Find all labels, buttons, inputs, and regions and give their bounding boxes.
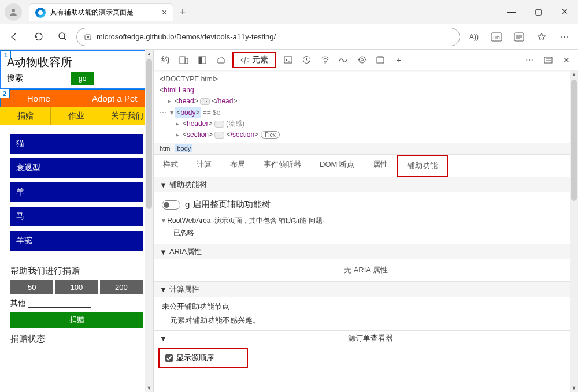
- tab-accessibility[interactable]: 辅助功能: [397, 155, 448, 177]
- show-source-order-checkbox[interactable]: 显示源顺序: [158, 348, 248, 368]
- nav-jobs[interactable]: 作业: [51, 107, 102, 125]
- refresh-button[interactable]: [28, 28, 49, 46]
- browser-tab[interactable]: 具有辅助功能的演示页面是 ×: [29, 3, 173, 21]
- tree-root[interactable]: ▾ RootWebArea ·演示页面，其中包含 辅助功能 问题·: [162, 215, 570, 227]
- source-order-header[interactable]: ▼源订单查看器: [154, 331, 578, 346]
- inspect-tool-icon[interactable]: 约: [157, 53, 173, 68]
- dock-icon[interactable]: [194, 53, 210, 68]
- site-info-icon[interactable]: [84, 33, 92, 41]
- no-aria-text: 无 ARIA 属性: [154, 259, 578, 281]
- reader-icon[interactable]: [509, 28, 529, 46]
- scroll-down-icon[interactable]: ▼: [145, 384, 153, 392]
- donate-200[interactable]: 200: [100, 280, 143, 294]
- scroll-thumb[interactable]: [571, 80, 577, 201]
- more-icon[interactable]: ⋯: [554, 28, 575, 46]
- demo-scrollbar[interactable]: ▲ ▼: [145, 50, 153, 392]
- demo-page: 1 A动物收容所 搜索 go 2 Home Adopt a Pet 捐赠 作业 …: [0, 50, 153, 392]
- collapse-icon: ▼: [160, 181, 167, 189]
- toggle-off-icon[interactable]: [162, 200, 180, 210]
- maximize-button[interactable]: ▢: [525, 0, 551, 23]
- more-tools-icon[interactable]: ⋯: [521, 53, 538, 68]
- dom-breadcrumb[interactable]: html body: [154, 143, 578, 155]
- list-item[interactable]: 猫: [10, 134, 143, 154]
- new-tab-button[interactable]: +: [173, 6, 192, 18]
- welcome-icon[interactable]: [213, 53, 229, 68]
- donate-title: 帮助我们进行捐赠: [0, 264, 153, 280]
- enable-tree-label: g 启用整页辅助功能树: [185, 199, 271, 210]
- donate-button[interactable]: 捐赠: [10, 312, 143, 328]
- svg-text:HD: HD: [493, 35, 500, 40]
- list-item[interactable]: 羊: [10, 182, 143, 202]
- svg-point-1: [59, 33, 65, 39]
- sources-icon[interactable]: [298, 53, 314, 68]
- search-input[interactable]: [27, 72, 67, 85]
- url-input[interactable]: microsoftedge.github.io/Demos/devtools-a…: [76, 28, 460, 46]
- scroll-down-icon[interactable]: ▼: [570, 384, 578, 392]
- donate-50[interactable]: 50: [10, 280, 53, 294]
- minimize-button[interactable]: —: [498, 0, 525, 23]
- svg-rect-7: [180, 57, 185, 64]
- svg-rect-16: [377, 58, 384, 63]
- window-icon[interactable]: [372, 53, 388, 68]
- devtools-panel: 约 元素 + ⋯ ✕ <!DOCTYPE html> <html Lang ▸<…: [153, 50, 578, 392]
- page-title: A动物收容所: [7, 54, 146, 70]
- tab-layout[interactable]: 布局: [221, 155, 254, 177]
- close-window-button[interactable]: ✕: [551, 0, 578, 23]
- tab-styles[interactable]: 样式: [154, 155, 187, 177]
- list-item[interactable]: 羊驼: [10, 231, 143, 251]
- collapse-icon: ▼: [160, 334, 167, 343]
- list-item[interactable]: 衰退型: [10, 158, 143, 178]
- computed-header[interactable]: ▼计算属性: [154, 282, 578, 297]
- code-icon: [240, 57, 250, 64]
- console-icon[interactable]: [280, 53, 296, 68]
- tab-computed[interactable]: 计算: [187, 155, 221, 177]
- settings-icon[interactable]: [354, 53, 370, 68]
- source-order-badge-2: 2: [0, 89, 10, 98]
- tab-title: 具有辅助功能的演示页面是: [50, 8, 134, 17]
- scroll-up-icon[interactable]: ▲: [570, 70, 578, 79]
- tree-ignored: 已忽略: [162, 227, 570, 239]
- donate-100[interactable]: 100: [55, 280, 98, 294]
- animal-list: 猫 衰退型 羊 马 羊驼: [0, 125, 153, 264]
- nav-home[interactable]: Home: [1, 90, 77, 107]
- network-icon[interactable]: [317, 53, 333, 68]
- scroll-up-icon[interactable]: ▲: [145, 50, 153, 58]
- hd-icon[interactable]: HD: [486, 28, 507, 46]
- issues-icon[interactable]: [540, 53, 556, 68]
- tab-dom-bp[interactable]: DOM 断点: [310, 155, 364, 177]
- nav-donate[interactable]: 捐赠: [0, 107, 51, 125]
- svg-rect-11: [284, 57, 292, 63]
- svg-rect-8: [186, 58, 188, 64]
- read-aloud-icon[interactable]: A)): [464, 28, 484, 46]
- svg-rect-17: [544, 57, 552, 63]
- scroll-thumb[interactable]: [146, 59, 152, 209]
- a11y-tree-header[interactable]: ▼辅助功能树: [154, 177, 578, 192]
- styles-tabs: 样式 计算 布局 事件侦听器 DOM 断点 属性 辅助功能: [154, 155, 578, 177]
- tab-events[interactable]: 事件侦听器: [254, 155, 310, 177]
- donate-other-input[interactable]: [28, 298, 91, 308]
- tab-close-icon[interactable]: ×: [162, 8, 167, 18]
- more-tabs-icon[interactable]: +: [391, 53, 407, 68]
- donate-status-title: 捐赠状态: [0, 328, 153, 347]
- computed-line2: 元素对辅助功能不感兴趣。: [162, 315, 570, 326]
- svg-point-0: [12, 9, 15, 12]
- devtools-scrollbar[interactable]: ▲ ▼: [570, 70, 578, 392]
- device-emulation-icon[interactable]: [176, 53, 192, 68]
- source-order-badge-1: 1: [1, 50, 11, 59]
- elements-tab[interactable]: 元素: [232, 52, 276, 68]
- computed-line1: 未公开辅助功能节点: [162, 301, 570, 315]
- search-button[interactable]: [52, 28, 73, 46]
- back-button[interactable]: [3, 28, 24, 46]
- dom-tree[interactable]: <!DOCTYPE html> <html Lang ▸<head> ⋯ </h…: [154, 70, 578, 143]
- tab-props[interactable]: 属性: [364, 155, 397, 177]
- checkbox[interactable]: [165, 354, 173, 362]
- list-item[interactable]: 马: [10, 207, 143, 226]
- go-button[interactable]: go: [71, 72, 94, 85]
- svg-point-15: [361, 59, 363, 61]
- profile-icon[interactable]: [5, 3, 22, 21]
- favorite-icon[interactable]: [531, 28, 552, 46]
- performance-icon[interactable]: [335, 53, 351, 68]
- aria-header[interactable]: ▼ARIA属性: [154, 244, 578, 259]
- nav-adopt[interactable]: Adopt a Pet: [77, 90, 153, 107]
- close-devtools-icon[interactable]: ✕: [558, 53, 575, 68]
